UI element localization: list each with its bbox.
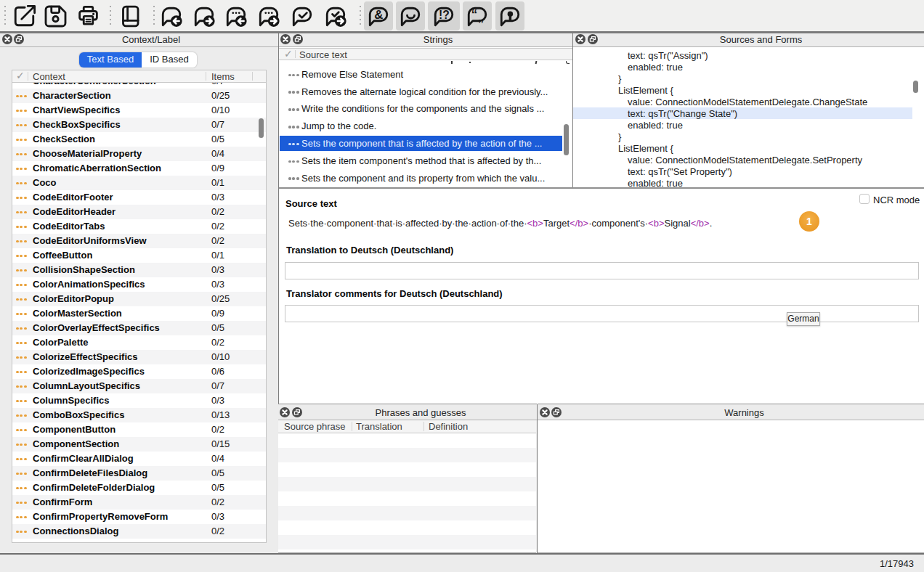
svg-text:„: „ [477,9,483,23]
svg-text:!?: !? [439,9,450,21]
svg-text:“: “ [471,7,477,20]
svg-text:&: & [374,8,383,22]
